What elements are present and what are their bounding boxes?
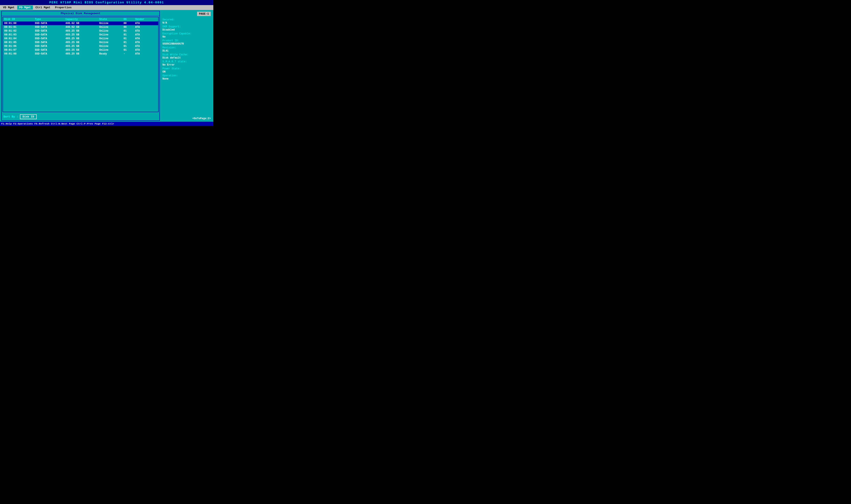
table-cell-state: Online: [98, 29, 122, 33]
main-panel: Physical Disk Management Disk IDTypeCapa…: [1, 11, 160, 121]
table-row[interactable]: 00:01:05SSD-SATA465.25 GBOnline01ATA: [3, 40, 158, 44]
prop-label: Product ID:: [162, 39, 211, 42]
table-cell-capacity: 465.25 GB: [64, 33, 98, 37]
disk-table: Disk IDTypeCapacityStateDGVendor 00:01:0…: [3, 17, 158, 56]
prop-value: ON: [162, 70, 211, 73]
table-cell-vendor: ATA: [134, 37, 158, 40]
table-cell-vendor: ATA: [134, 48, 158, 52]
prop-value: DL41: [162, 49, 211, 52]
table-cell-disk-id: 00:01:05: [3, 40, 34, 44]
table-cell-dg: 00: [122, 21, 134, 25]
table-cell-type: SSD-SATA: [34, 37, 64, 40]
prop-label: DKM Support:: [162, 25, 211, 28]
col-header-type: Type: [34, 17, 64, 21]
col-header-vendor: Vendor: [134, 17, 158, 21]
table-cell-vendor: ATA: [134, 44, 158, 48]
footer: F1-Help F2-Operations F5-Refresh Ctrl-N-…: [0, 122, 213, 126]
page-badge: PAGE-1: [197, 12, 211, 16]
table-cell-capacity: 465.25 GB: [64, 48, 98, 52]
prop-label: Power State:: [162, 67, 211, 70]
prop-value: Disk default: [162, 56, 211, 59]
table-cell-state: Online: [98, 21, 122, 25]
prop-label: Disk Write Cache:: [162, 53, 211, 56]
table-row[interactable]: 00:01:06SSD-SATA465.25 GBOnline01ATA: [3, 44, 158, 48]
panel-title: Physical Disk Management: [2, 11, 160, 16]
table-cell-vendor: ATA: [134, 33, 158, 37]
table-cell-state: Online: [98, 25, 122, 29]
table-cell-state: Online: [98, 37, 122, 40]
table-cell-vendor: ATA: [134, 40, 158, 44]
table-cell-type: SSD-SATA: [34, 52, 64, 56]
table-cell-disk-id: 00:01:01: [3, 25, 34, 29]
title-text: PERC H710P Mini BIOS Configuration Utili…: [50, 1, 164, 4]
table-cell-type: SSD-SATA: [34, 29, 64, 33]
table-cell-type: SSD-SATA: [34, 40, 64, 44]
table-cell-capacity: 465.25 GB: [64, 40, 98, 44]
title-bar: PERC H710P Mini BIOS Configuration Utili…: [0, 0, 213, 5]
table-cell-type: SSD-SATA: [34, 44, 64, 48]
table-cell-disk-id: 00:01:00: [3, 21, 34, 25]
col-header-dg: DG: [122, 17, 134, 21]
table-cell-dg: 01: [122, 44, 134, 48]
table-cell-disk-id: 00:01:03: [3, 33, 34, 37]
table-cell-state: Ready: [98, 52, 122, 56]
prop-label: S.M.A.R.T state:: [162, 60, 211, 63]
table-row[interactable]: 00:01:03SSD-SATA465.25 GBOnline01ATA: [3, 33, 158, 37]
table-row[interactable]: 00:01:04SSD-SATA465.25 GBOnline01ATA: [3, 37, 158, 40]
table-cell-vendor: ATA: [134, 21, 158, 25]
table-cell-state: Online: [98, 33, 122, 37]
prop-value: No Error: [162, 64, 211, 66]
prop-value: N/A: [162, 21, 211, 24]
prop-label: Operation:: [162, 74, 211, 77]
disk-table-container: Disk IDTypeCapacityStateDGVendor 00:01:0…: [2, 17, 159, 112]
prop-label: Secured:: [162, 18, 211, 21]
table-cell-disk-id: 00:01:02: [3, 29, 34, 33]
sort-value[interactable]: Disk ID: [20, 114, 37, 119]
footer-text: F1-Help F2-Operations F5-Refresh Ctrl-N-…: [1, 123, 114, 125]
table-cell-dg: -: [122, 52, 134, 56]
table-cell-dg: 01: [122, 40, 134, 44]
sort-label: Sort By :: [3, 115, 18, 118]
table-cell-dg: 01: [122, 29, 134, 33]
col-header-disk-id: Disk ID: [3, 17, 34, 21]
table-row[interactable]: 00:01:07SSD-SATA465.25 GBOnline01ATA: [3, 48, 158, 52]
table-cell-disk-id: 00:01:07: [3, 48, 34, 52]
table-body: 00:01:00SSD-SATA446.62 GBOnline00ATA00:0…: [3, 21, 158, 56]
table-row[interactable]: 00:01:02SSD-SATA465.25 GBOnline01ATA: [3, 29, 158, 33]
menu-item-properties[interactable]: Properties: [53, 5, 74, 10]
menu-item-pd-mgmt[interactable]: PD Mgmt: [17, 5, 33, 10]
table-cell-disk-id: 00:01:04: [3, 37, 34, 40]
table-cell-vendor: ATA: [134, 29, 158, 33]
prop-value: Disabled: [162, 29, 211, 31]
prop-label: Encryption Capable:: [162, 32, 211, 35]
menu-item-ctrl-mgmt[interactable]: Ctrl Mgmt: [33, 5, 52, 10]
table-row[interactable]: 00:01:08SSD-SATA465.25 GBReady-ATA: [3, 52, 158, 56]
table-row[interactable]: 00:01:00SSD-SATA446.62 GBOnline00ATA: [3, 21, 158, 25]
table-cell-capacity: 465.25 GB: [64, 29, 98, 33]
col-header-state: State: [98, 17, 122, 21]
prop-value: SSDSC2BB480G7R: [162, 42, 211, 46]
table-cell-state: Online: [98, 44, 122, 48]
table-cell-type: SSD-SATA: [34, 33, 64, 37]
prop-value: None: [162, 77, 211, 80]
table-cell-state: Online: [98, 40, 122, 44]
table-cell-disk-id: 00:01:06: [3, 44, 34, 48]
table-cell-type: SSD-SATA: [34, 25, 64, 29]
prop-label: Revision:: [162, 46, 211, 49]
sort-bar: Sort By : Disk ID: [2, 113, 160, 121]
goto-page[interactable]: <GoToPage:2>: [162, 115, 211, 120]
col-header-capacity: Capacity: [64, 17, 98, 21]
properties-container: Secured:N/ADKM Support:DisabledEncryptio…: [162, 17, 211, 80]
table-cell-type: SSD-SATA: [34, 21, 64, 25]
table-cell-state: Online: [98, 48, 122, 52]
table-cell-capacity: 446.62 GB: [64, 21, 98, 25]
table-row[interactable]: 00:01:01SSD-SATA446.62 GBOnline00ATA: [3, 25, 158, 29]
content-area: Physical Disk Management Disk IDTypeCapa…: [0, 10, 213, 122]
table-cell-capacity: 446.62 GB: [64, 25, 98, 29]
menu-item-vd-mgmt[interactable]: VD Mgmt: [1, 5, 17, 10]
bios-screen: PERC H710P Mini BIOS Configuration Utili…: [0, 0, 213, 126]
menu-bar: VD MgmtPD MgmtCtrl MgmtProperties: [0, 5, 213, 10]
table-cell-dg: 01: [122, 33, 134, 37]
table-cell-vendor: ATA: [134, 52, 158, 56]
table-cell-dg: 01: [122, 48, 134, 52]
